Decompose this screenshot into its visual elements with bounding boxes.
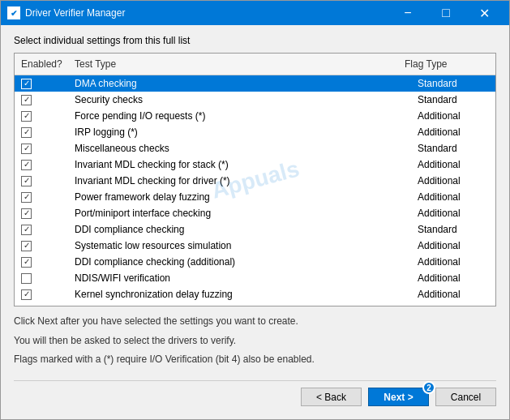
next-button[interactable]: Next > (368, 388, 429, 406)
window-icon: ✔ (7, 6, 20, 19)
row-flag-type: Standard (414, 222, 495, 237)
row-test-name: Force pending I/O requests (*) (71, 109, 414, 123)
row-flag-type: Additional (414, 157, 495, 172)
row-test-name: IRP logging (*) (71, 125, 414, 139)
row-checkbox[interactable] (21, 144, 32, 154)
table-header: Enabled? Test Type Flag Type (15, 54, 495, 75)
main-window: ✔ Driver Verifier Manager − □ ✕ Select i… (0, 0, 510, 420)
row-checkbox[interactable] (21, 241, 32, 251)
row-checkbox[interactable] (21, 176, 32, 186)
row-flag-type: Additional (414, 303, 495, 306)
row-checkbox[interactable] (21, 225, 32, 235)
row-flag-type: Additional (414, 125, 495, 139)
table-row[interactable]: VM switch verificationAdditional (15, 302, 495, 306)
row-checkbox[interactable] (21, 79, 32, 89)
minimize-button[interactable]: − (389, 1, 426, 25)
table-row[interactable]: Miscellaneous checksStandard (15, 140, 495, 156)
row-checkbox[interactable] (21, 208, 32, 219)
row-flag-type: Additional (414, 206, 495, 221)
instruction-text: Select individual settings from this ful… (14, 35, 496, 46)
table-row[interactable]: DDI compliance checkingStandard (15, 221, 495, 238)
row-test-name: Systematic low resources simulation (71, 238, 414, 253)
row-test-name: VM switch verification (71, 303, 414, 306)
table-row[interactable]: Systematic low resources simulationAddit… (15, 238, 495, 254)
row-checkbox[interactable] (21, 95, 32, 105)
next-badge: 2 (422, 381, 435, 394)
table-row[interactable]: DDI compliance checking (additional)Addi… (15, 254, 495, 270)
title-bar: ✔ Driver Verifier Manager − □ ✕ (1, 1, 509, 25)
row-checkbox[interactable] (21, 160, 32, 170)
row-test-name: DMA checking (71, 76, 414, 91)
header-flag-type: Flag Type (401, 57, 482, 71)
maximize-button[interactable]: □ (427, 1, 465, 25)
row-test-name: Port/miniport interface checking (71, 206, 414, 221)
row-checkbox[interactable] (21, 273, 32, 284)
table-row[interactable]: DMA checkingStandard (15, 75, 495, 92)
window-title: Driver Verifier Manager (25, 7, 389, 19)
table-row[interactable]: Security checksStandard (15, 92, 495, 108)
info-line-2: You will then be asked to select the dri… (14, 332, 496, 350)
row-flag-type: Additional (414, 238, 495, 253)
row-checkbox[interactable] (21, 257, 32, 268)
row-checkbox[interactable] (21, 306, 32, 306)
row-checkbox[interactable] (21, 127, 32, 138)
table-row[interactable]: Force pending I/O requests (*)Additional (15, 108, 495, 124)
row-flag-type: Additional (414, 109, 495, 123)
info-section: Click Next after you have selected the s… (14, 306, 496, 377)
button-bar: < Back Next > 2 Cancel (14, 380, 496, 409)
row-flag-type: Standard (414, 92, 495, 107)
table-row[interactable]: Power framework delay fuzzingAdditional (15, 189, 495, 205)
table-row[interactable]: Invariant MDL checking for stack (*)Addi… (15, 156, 495, 173)
row-flag-type: Additional (414, 271, 495, 285)
header-test-type: Test Type (71, 57, 401, 71)
row-flag-type: Additional (414, 174, 495, 188)
row-flag-type: Additional (414, 287, 495, 302)
close-button[interactable]: ✕ (465, 1, 503, 25)
row-flag-type: Standard (414, 76, 495, 91)
table-row[interactable]: Port/miniport interface checkingAddition… (15, 205, 495, 221)
row-test-name: Security checks (71, 92, 414, 107)
row-test-name: DDI compliance checking (additional) (71, 255, 414, 269)
row-flag-type: Standard (414, 141, 495, 156)
table-row[interactable]: Kernel synchronization delay fuzzingAddi… (15, 286, 495, 302)
settings-table: Enabled? Test Type Flag Type DMA checkin… (14, 53, 496, 306)
back-button[interactable]: < Back (301, 388, 362, 406)
table-row[interactable]: IRP logging (*)Additional (15, 124, 495, 140)
info-line-1: Click Next after you have selected the s… (14, 313, 496, 331)
row-test-name: DDI compliance checking (71, 222, 414, 237)
header-enabled: Enabled? (15, 57, 71, 71)
row-test-name: Miscellaneous checks (71, 141, 414, 156)
table-row[interactable]: Invariant MDL checking for driver (*)Add… (15, 173, 495, 189)
settings-table-wrapper: Appuals Enabled? Test Type Flag Type DMA… (14, 53, 496, 306)
table-row[interactable]: NDIS/WIFI verificationAdditional (15, 270, 495, 286)
table-body: DMA checkingStandardSecurity checksStand… (15, 75, 495, 306)
window-controls: − □ ✕ (389, 1, 503, 25)
info-line-3: Flags marked with a (*) require I/O Veri… (14, 351, 496, 369)
row-test-name: Invariant MDL checking for driver (*) (71, 174, 414, 188)
row-test-name: NDIS/WIFI verification (71, 271, 414, 285)
cancel-button[interactable]: Cancel (435, 388, 496, 406)
row-test-name: Kernel synchronization delay fuzzing (71, 287, 414, 302)
row-test-name: Power framework delay fuzzing (71, 190, 414, 204)
row-flag-type: Additional (414, 255, 495, 269)
row-test-name: Invariant MDL checking for stack (*) (71, 157, 414, 172)
row-flag-type: Additional (414, 190, 495, 204)
row-checkbox[interactable] (21, 111, 32, 122)
next-button-wrapper: Next > 2 (368, 388, 429, 406)
row-checkbox[interactable] (21, 192, 32, 203)
row-checkbox[interactable] (21, 289, 32, 300)
content-area: Select individual settings from this ful… (1, 25, 509, 419)
